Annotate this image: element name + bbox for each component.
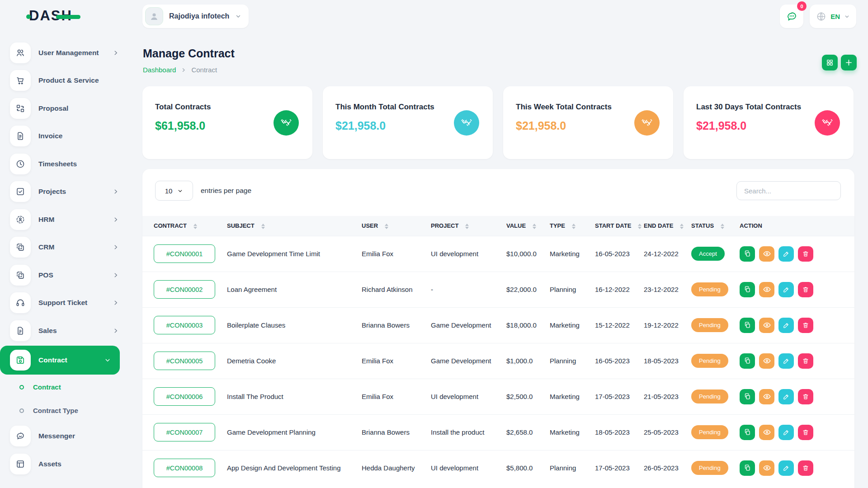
column-header-user[interactable]: USER bbox=[362, 216, 431, 236]
cell-subject: App Design And Development Testing bbox=[227, 450, 362, 486]
sidebar-item-proposal[interactable]: Proposal bbox=[0, 94, 128, 122]
chat-bubble-icon bbox=[786, 10, 798, 23]
view-button[interactable] bbox=[759, 460, 774, 476]
delete-button[interactable] bbox=[798, 246, 813, 262]
sidebar-item-crm[interactable]: CRM bbox=[0, 234, 128, 262]
sidebar-item-support-ticket[interactable]: Support Ticket bbox=[0, 289, 128, 317]
view-button[interactable] bbox=[759, 246, 774, 262]
view-button[interactable] bbox=[759, 318, 774, 333]
edit-button[interactable] bbox=[778, 425, 794, 440]
messages-button[interactable]: 0 bbox=[780, 5, 803, 28]
sidebar-item-hrm[interactable]: HRM bbox=[0, 206, 128, 234]
column-header-type[interactable]: TYPE bbox=[550, 216, 595, 236]
sidebar-item-pos[interactable]: POS bbox=[0, 261, 128, 289]
language-selector[interactable]: EN bbox=[810, 5, 856, 28]
chevron-right-icon bbox=[113, 328, 119, 334]
box-icon bbox=[10, 454, 31, 474]
sidebar-item-messenger[interactable]: Messenger bbox=[0, 422, 128, 450]
sidebar-item-assets[interactable]: Assets bbox=[0, 450, 128, 478]
edit-button[interactable] bbox=[778, 389, 794, 404]
grid-view-button[interactable] bbox=[822, 55, 838, 70]
cell-start-date: 16-05-2023 bbox=[595, 236, 644, 272]
cell-value: $22,000.0 bbox=[506, 272, 550, 307]
sidebar-item-sales[interactable]: Sales bbox=[0, 317, 128, 345]
sidebar-subitem-contract-type[interactable]: Contract Type bbox=[0, 399, 128, 422]
sidebar: User ManagementProduct & ServiceProposal… bbox=[0, 33, 128, 488]
contract-id-badge[interactable]: #CON00008 bbox=[154, 459, 215, 477]
duplicate-button[interactable] bbox=[740, 318, 755, 333]
contract-id-badge[interactable]: #CON00006 bbox=[154, 387, 215, 406]
edit-button[interactable] bbox=[778, 353, 794, 369]
user-scan-icon bbox=[10, 209, 31, 230]
frames-icon bbox=[10, 265, 31, 286]
sidebar-item-label: Messenger bbox=[38, 432, 75, 440]
column-header-start-date[interactable]: START DATE bbox=[595, 216, 644, 236]
column-header-project[interactable]: PROJECT bbox=[431, 216, 506, 236]
contract-id-badge[interactable]: #CON00003 bbox=[154, 316, 215, 334]
sidebar-item-label: POS bbox=[38, 271, 53, 279]
column-header-status[interactable]: STATUS bbox=[691, 216, 740, 236]
column-header-contract[interactable]: CONTRACT bbox=[142, 216, 227, 236]
contract-id-badge[interactable]: #CON00005 bbox=[154, 352, 215, 370]
sidebar-item-user-management[interactable]: User Management bbox=[0, 39, 128, 67]
duplicate-button[interactable] bbox=[740, 246, 755, 262]
view-button[interactable] bbox=[759, 353, 774, 369]
view-button[interactable] bbox=[759, 282, 774, 297]
delete-button[interactable] bbox=[798, 389, 813, 404]
sidebar-item-product-service[interactable]: Product & Service bbox=[0, 67, 128, 95]
search-input[interactable] bbox=[736, 181, 841, 200]
duplicate-button[interactable] bbox=[740, 353, 755, 369]
sidebar-item-invoice[interactable]: Invoice bbox=[0, 122, 128, 150]
add-contract-button[interactable] bbox=[841, 55, 857, 70]
column-header-label: PROJECT bbox=[431, 222, 458, 229]
entries-per-page-value: 10 bbox=[165, 187, 173, 195]
view-button[interactable] bbox=[759, 425, 774, 440]
delete-button[interactable] bbox=[798, 425, 813, 440]
column-header-label: TYPE bbox=[550, 222, 565, 229]
handshake-icon bbox=[634, 110, 660, 136]
column-header-value[interactable]: VALUE bbox=[506, 216, 550, 236]
delete-button[interactable] bbox=[798, 318, 813, 333]
duplicate-button[interactable] bbox=[740, 425, 755, 440]
duplicate-button[interactable] bbox=[740, 460, 755, 476]
column-header-subject[interactable]: SUBJECT bbox=[227, 216, 362, 236]
cell-project: Game Development bbox=[431, 307, 506, 343]
sort-arrows-icon bbox=[465, 224, 469, 229]
contract-id-badge[interactable]: #CON00007 bbox=[154, 423, 215, 441]
contract-id-badge[interactable]: #CON00001 bbox=[154, 244, 215, 263]
column-header-end-date[interactable]: END DATE bbox=[644, 216, 691, 236]
cell-start-date: 18-05-2023 bbox=[595, 414, 644, 450]
company-selector[interactable]: Rajodiya infotech bbox=[142, 5, 249, 28]
cell-contract: #CON00001 bbox=[142, 236, 227, 272]
duplicate-button[interactable] bbox=[740, 389, 755, 404]
status-badge: Pending bbox=[691, 425, 728, 439]
entries-per-page-select[interactable]: 10 bbox=[155, 181, 193, 201]
contract-id-badge[interactable]: #CON00002 bbox=[154, 280, 215, 299]
edit-button[interactable] bbox=[778, 282, 794, 297]
sidebar-subitem-contract[interactable]: Contract bbox=[0, 375, 128, 399]
sidebar-item-label: Assets bbox=[38, 460, 61, 468]
delete-button[interactable] bbox=[798, 460, 813, 476]
edit-button[interactable] bbox=[778, 318, 794, 333]
view-button[interactable] bbox=[759, 389, 774, 404]
duplicate-button[interactable] bbox=[740, 282, 755, 297]
cell-action bbox=[740, 307, 854, 343]
sidebar-item-projects[interactable]: Projects bbox=[0, 178, 128, 206]
sidebar-item-contract[interactable]: Contract bbox=[0, 346, 120, 375]
cell-action bbox=[740, 236, 854, 272]
grid-icon bbox=[826, 59, 834, 66]
edit-button[interactable] bbox=[778, 246, 794, 262]
cell-user: Hedda Daugherty bbox=[362, 450, 431, 486]
chevron-right-icon bbox=[113, 188, 119, 195]
cell-user: Emilia Fox bbox=[362, 236, 431, 272]
delete-button[interactable] bbox=[798, 353, 813, 369]
edit-button[interactable] bbox=[778, 460, 794, 476]
cell-end-date: 21-05-2023 bbox=[644, 379, 691, 414]
cell-action bbox=[740, 414, 854, 450]
sidebar-item-timesheets[interactable]: Timesheets bbox=[0, 150, 128, 178]
cell-type: Planning bbox=[550, 343, 595, 379]
bullet-icon bbox=[19, 385, 24, 389]
delete-button[interactable] bbox=[798, 282, 813, 297]
breadcrumb-dashboard-link[interactable]: Dashboard bbox=[143, 66, 176, 74]
stat-card-this-week-total-contracts: This Week Total Contracts$21,958.0 bbox=[503, 86, 673, 159]
